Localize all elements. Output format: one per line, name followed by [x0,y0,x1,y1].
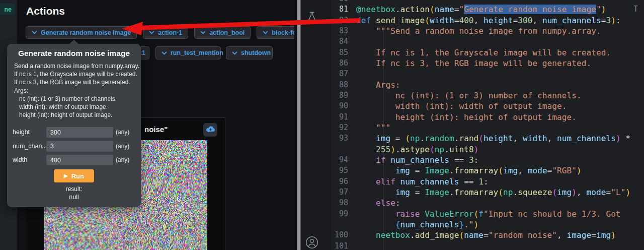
line-number: 82 [331,15,351,26]
line-number: 90 [331,101,351,111]
code-line: 94 if num_channels == 3: [331,155,644,165]
code-line: 82def send_image(width=400, height=300, … [331,15,644,26]
action-button-label: Generate random noise image [41,29,131,36]
line-number: 101 [331,241,351,250]
code-text: Args: [356,80,400,90]
clipped-text: T [633,5,638,14]
line-number: 93 [331,133,351,144]
field-type-hint: (any) [116,129,129,136]
line-number: 88 [331,80,351,90]
beaker-icon[interactable] [306,11,318,26]
field-type-hint: (any) [116,143,129,150]
code-line: 255).astype(np.uint8) [331,144,644,155]
code-text: 255).astype(np.uint8) [356,144,478,155]
tooltip-description-line: Args: [14,87,139,95]
code-line: 87 [331,69,644,79]
line-number: 99 [331,209,351,219]
code-text: {num_channels}.") [356,219,478,230]
code-text: def send_image(width=400, height=300, nu… [356,15,621,26]
tooltip-description-line: If nc is 1, the Grayscale image will be … [14,70,139,78]
code-text: else: [356,198,400,208]
field-label: num_chan... [13,143,47,150]
field-label: height [13,129,30,136]
play-icon: ▶ [64,173,68,178]
result-label: result: [7,185,141,193]
action-button-action-bool[interactable]: action_bool [194,26,251,39]
field-row-width: width(any) [7,155,141,165]
tooltip-title: Generate random noise image [7,49,141,58]
field-label: width [13,156,27,163]
line-number: 94 [331,155,351,165]
code-line: 83 """Send a random noise image from num… [331,26,644,36]
status-badge: ne [0,4,15,15]
code-line: 81@neetbox.action(name="Generate random … [331,4,644,15]
account-icon[interactable] [305,235,319,250]
code-text: If nc is 1, the Grayscale image will be … [356,47,611,58]
field-input-height[interactable] [46,127,113,138]
action-button-generate-random-noise-image[interactable]: Generate random noise image [26,26,137,39]
code-line: 97 img = Image.fromarray(np.squeeze(img)… [331,187,644,198]
action-button-shutdown[interactable]: shutdown [226,46,273,59]
action-button-label: shutdown [241,49,271,56]
line-number: 84 [331,36,351,47]
field-row-height: height(any) [7,127,141,138]
field-row-num-chan-: num_chan...(any) [7,141,141,152]
chevron-down-icon [263,31,268,34]
line-number: 89 [331,90,351,101]
action-button-label: action-1 [158,29,182,36]
line-number: 97 [331,187,351,198]
tooltip-description-line: If nc is 3, the RGB image will be genera… [14,78,139,86]
code-text: @neetbox.action(name="Generate random no… [356,4,606,15]
code-text: img = Image.fromarray(img, mode="RGB") [356,165,582,176]
actions-section-title: Actions [26,5,65,17]
code-line: 99 raise ValueError(f"Input nc should be… [331,209,644,219]
code-text: if num_channels == 3: [356,155,478,165]
actions-row1: Generate random noise imageaction-1actio… [26,26,294,39]
page-scrollbar[interactable] [297,0,301,250]
line-number: 86 [331,58,351,69]
code-text: """Send a random noise image from numpy.… [356,26,601,36]
line-number: 91 [331,112,351,122]
action-button-block-for-sec[interactable]: block-for-sec [257,26,294,39]
line-number: 100 [331,230,351,240]
code-line: 90 width (int): width of output image. [331,101,644,111]
tooltip-description-line: height (int): height of output image. [14,111,139,119]
code-line: 98 else: [331,198,644,208]
line-number: 80 [331,0,351,4]
line-number: 92 [331,122,351,133]
cloud-download-icon [206,126,215,134]
action-button-action-1[interactable]: action-1 [143,26,188,39]
code-line: 91 height (int): height of output image. [331,112,644,122]
editor-side-strip [301,0,331,250]
code-line: 88 Args: [331,80,644,90]
line-number: 96 [331,176,351,187]
code-text: img = (np.random.rand(height, width, num… [356,133,630,144]
code-text: elif num_channels == 1: [356,176,489,187]
line-number: 81 [331,4,351,15]
field-type-hint: (any) [116,156,129,163]
run-button-label: Run [71,172,84,180]
editor-code-area[interactable]: 8081@neetbox.action(name="Generate rando… [331,0,644,250]
image-card-title: noise" [144,125,168,134]
run-button[interactable]: ▶ Run [54,169,94,182]
screenshot-root: ne Actions Generate random noise imageac… [0,0,644,250]
line-number: 87 [331,69,351,79]
code-line: 86 If nc is 3, the RGB image will be gen… [331,58,644,69]
chevron-down-icon [32,31,37,34]
code-line: {num_channels}.") [331,219,644,230]
code-text: height (int): height of output image. [356,112,577,122]
action-button-run-test-mention[interactable]: run_test_mention [155,46,221,59]
code-line: 80 [331,0,644,4]
line-number: 85 [331,47,351,58]
code-line: 89 nc (int): (1 or 3) number of channels… [331,90,644,101]
cloud-download-button[interactable] [203,123,217,137]
code-line: 85 If nc is 1, the Grayscale image will … [331,47,644,58]
field-input-width[interactable] [46,155,113,165]
code-text: img = Image.fromarray(np.squeeze(img), m… [356,187,630,198]
code-text: """ [356,122,390,133]
tooltip-description: Send a random noise image from numpy.arr… [14,62,139,119]
field-input-num-chan-[interactable] [46,141,113,152]
line-number: 98 [331,198,351,208]
chevron-down-icon [232,51,237,55]
action-tooltip: Generate random noise image Send a rando… [7,44,141,207]
